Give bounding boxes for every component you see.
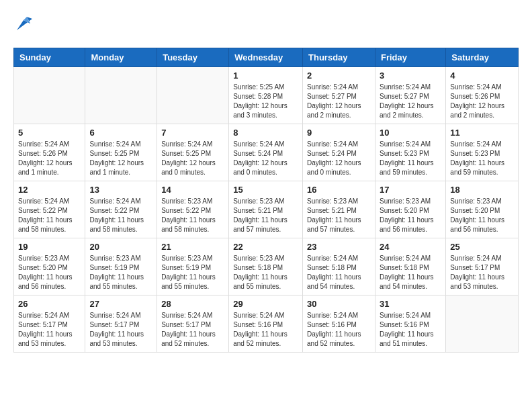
logo (13, 13, 36, 37)
day-info: Sunrise: 5:24 AM Sunset: 5:18 PM Dayligh… (380, 254, 441, 291)
calendar-cell: 10Sunrise: 5:24 AM Sunset: 5:23 PM Dayli… (375, 124, 445, 181)
logo-icon (13, 13, 34, 37)
day-info: Sunrise: 5:24 AM Sunset: 5:16 PM Dayligh… (380, 311, 441, 349)
day-info: Sunrise: 5:24 AM Sunset: 5:17 PM Dayligh… (18, 311, 81, 349)
day-number: 7 (161, 128, 224, 138)
day-number: 19 (18, 242, 81, 252)
calendar-cell: 30Sunrise: 5:24 AM Sunset: 5:16 PM Dayli… (303, 295, 375, 353)
calendar-cell: 14Sunrise: 5:23 AM Sunset: 5:22 PM Dayli… (157, 181, 229, 238)
weekday-header-sunday: Sunday (14, 48, 85, 67)
week-row-3: 12Sunrise: 5:24 AM Sunset: 5:22 PM Dayli… (14, 181, 519, 238)
calendar-cell: 23Sunrise: 5:24 AM Sunset: 5:18 PM Dayli… (303, 238, 375, 295)
day-number: 22 (233, 242, 298, 252)
week-row-5: 26Sunrise: 5:24 AM Sunset: 5:17 PM Dayli… (14, 295, 519, 353)
day-number: 1 (233, 71, 298, 81)
calendar-cell: 16Sunrise: 5:23 AM Sunset: 5:21 PM Dayli… (303, 181, 375, 238)
day-info: Sunrise: 5:24 AM Sunset: 5:16 PM Dayligh… (233, 311, 298, 349)
weekday-header-friday: Friday (375, 48, 445, 67)
calendar-cell: 25Sunrise: 5:24 AM Sunset: 5:17 PM Dayli… (446, 238, 519, 295)
day-number: 12 (18, 185, 81, 195)
day-info: Sunrise: 5:23 AM Sunset: 5:18 PM Dayligh… (233, 254, 298, 291)
calendar-cell: 9Sunrise: 5:24 AM Sunset: 5:24 PM Daylig… (303, 124, 375, 181)
calendar-cell: 24Sunrise: 5:24 AM Sunset: 5:18 PM Dayli… (375, 238, 445, 295)
day-info: Sunrise: 5:23 AM Sunset: 5:21 PM Dayligh… (233, 197, 298, 234)
day-info: Sunrise: 5:24 AM Sunset: 5:27 PM Dayligh… (307, 83, 371, 120)
week-row-4: 19Sunrise: 5:23 AM Sunset: 5:20 PM Dayli… (14, 238, 519, 295)
day-info: Sunrise: 5:24 AM Sunset: 5:23 PM Dayligh… (380, 140, 441, 177)
day-number: 5 (18, 128, 81, 138)
week-row-1: 1Sunrise: 5:25 AM Sunset: 5:28 PM Daylig… (14, 67, 519, 124)
day-info: Sunrise: 5:23 AM Sunset: 5:19 PM Dayligh… (89, 254, 152, 291)
calendar-cell: 22Sunrise: 5:23 AM Sunset: 5:18 PM Dayli… (229, 238, 303, 295)
day-number: 28 (161, 299, 224, 309)
day-info: Sunrise: 5:23 AM Sunset: 5:20 PM Dayligh… (18, 254, 81, 291)
day-number: 11 (450, 128, 514, 138)
day-number: 17 (380, 185, 441, 195)
calendar-cell: 13Sunrise: 5:24 AM Sunset: 5:22 PM Dayli… (85, 181, 157, 238)
day-info: Sunrise: 5:24 AM Sunset: 5:22 PM Dayligh… (18, 197, 81, 234)
day-number: 24 (380, 242, 441, 252)
calendar-cell: 1Sunrise: 5:25 AM Sunset: 5:28 PM Daylig… (229, 67, 303, 124)
day-info: Sunrise: 5:23 AM Sunset: 5:19 PM Dayligh… (161, 254, 224, 291)
weekday-header-row: SundayMondayTuesdayWednesdayThursdayFrid… (14, 48, 519, 67)
day-number: 16 (307, 185, 371, 195)
calendar-cell: 17Sunrise: 5:23 AM Sunset: 5:20 PM Dayli… (375, 181, 445, 238)
calendar-cell: 27Sunrise: 5:24 AM Sunset: 5:17 PM Dayli… (85, 295, 157, 353)
weekday-header-saturday: Saturday (446, 48, 519, 67)
day-info: Sunrise: 5:24 AM Sunset: 5:26 PM Dayligh… (450, 83, 514, 120)
svg-marker-0 (17, 17, 32, 30)
day-info: Sunrise: 5:24 AM Sunset: 5:18 PM Dayligh… (307, 254, 371, 291)
calendar-cell: 18Sunrise: 5:23 AM Sunset: 5:20 PM Dayli… (446, 181, 519, 238)
day-number: 3 (380, 71, 441, 81)
calendar-cell: 26Sunrise: 5:24 AM Sunset: 5:17 PM Dayli… (14, 295, 85, 353)
weekday-header-tuesday: Tuesday (157, 48, 229, 67)
calendar-cell: 6Sunrise: 5:24 AM Sunset: 5:25 PM Daylig… (85, 124, 157, 181)
day-info: Sunrise: 5:24 AM Sunset: 5:23 PM Dayligh… (450, 140, 514, 177)
day-info: Sunrise: 5:24 AM Sunset: 5:25 PM Dayligh… (161, 140, 224, 177)
header (13, 13, 519, 37)
calendar-cell: 29Sunrise: 5:24 AM Sunset: 5:16 PM Dayli… (229, 295, 303, 353)
day-number: 8 (233, 128, 298, 138)
weekday-header-monday: Monday (85, 48, 157, 67)
day-info: Sunrise: 5:23 AM Sunset: 5:20 PM Dayligh… (380, 197, 441, 234)
calendar-cell: 2Sunrise: 5:24 AM Sunset: 5:27 PM Daylig… (303, 67, 375, 124)
calendar-cell (157, 67, 229, 124)
day-number: 30 (307, 299, 371, 309)
calendar-cell: 20Sunrise: 5:23 AM Sunset: 5:19 PM Dayli… (85, 238, 157, 295)
day-info: Sunrise: 5:24 AM Sunset: 5:16 PM Dayligh… (307, 311, 371, 349)
calendar-container: SundayMondayTuesdayWednesdayThursdayFrid… (0, 0, 532, 411)
calendar-cell (14, 67, 85, 124)
calendar-cell (446, 295, 519, 353)
day-number: 29 (233, 299, 298, 309)
day-number: 9 (307, 128, 371, 138)
day-number: 2 (307, 71, 371, 81)
calendar-cell: 5Sunrise: 5:24 AM Sunset: 5:26 PM Daylig… (14, 124, 85, 181)
day-info: Sunrise: 5:24 AM Sunset: 5:25 PM Dayligh… (89, 140, 152, 177)
day-number: 10 (380, 128, 441, 138)
day-info: Sunrise: 5:24 AM Sunset: 5:17 PM Dayligh… (450, 254, 514, 291)
calendar-cell: 3Sunrise: 5:24 AM Sunset: 5:27 PM Daylig… (375, 67, 445, 124)
day-info: Sunrise: 5:24 AM Sunset: 5:17 PM Dayligh… (161, 311, 224, 349)
day-number: 31 (380, 299, 441, 309)
day-number: 6 (89, 128, 152, 138)
weekday-header-wednesday: Wednesday (229, 48, 303, 67)
day-number: 14 (161, 185, 224, 195)
weekday-header-thursday: Thursday (303, 48, 375, 67)
day-info: Sunrise: 5:25 AM Sunset: 5:28 PM Dayligh… (233, 83, 298, 120)
day-number: 26 (18, 299, 81, 309)
day-info: Sunrise: 5:23 AM Sunset: 5:21 PM Dayligh… (307, 197, 371, 234)
day-info: Sunrise: 5:24 AM Sunset: 5:24 PM Dayligh… (233, 140, 298, 177)
day-number: 23 (307, 242, 371, 252)
calendar-cell: 19Sunrise: 5:23 AM Sunset: 5:20 PM Dayli… (14, 238, 85, 295)
day-info: Sunrise: 5:24 AM Sunset: 5:26 PM Dayligh… (18, 140, 81, 177)
calendar-cell: 8Sunrise: 5:24 AM Sunset: 5:24 PM Daylig… (229, 124, 303, 181)
day-info: Sunrise: 5:23 AM Sunset: 5:20 PM Dayligh… (450, 197, 514, 234)
day-number: 13 (89, 185, 152, 195)
calendar-cell: 7Sunrise: 5:24 AM Sunset: 5:25 PM Daylig… (157, 124, 229, 181)
calendar-cell: 31Sunrise: 5:24 AM Sunset: 5:16 PM Dayli… (375, 295, 445, 353)
day-info: Sunrise: 5:24 AM Sunset: 5:27 PM Dayligh… (380, 83, 441, 120)
calendar-cell: 4Sunrise: 5:24 AM Sunset: 5:26 PM Daylig… (446, 67, 519, 124)
calendar-table: SundayMondayTuesdayWednesdayThursdayFrid… (13, 48, 519, 353)
day-number: 21 (161, 242, 224, 252)
day-info: Sunrise: 5:23 AM Sunset: 5:22 PM Dayligh… (161, 197, 224, 234)
